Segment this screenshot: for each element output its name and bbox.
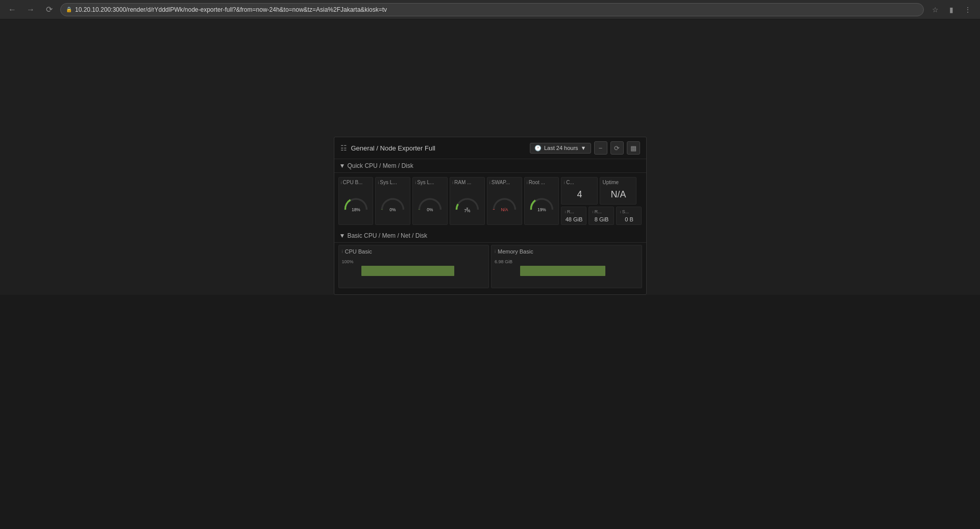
info-icon-8: i	[565, 210, 566, 214]
uptime-title: Uptime	[602, 180, 634, 185]
small-stat-s1-value: 0 B	[620, 214, 638, 222]
cpu-basic-bar	[361, 266, 455, 276]
memory-basic-bar	[520, 266, 605, 276]
gauge-card-cpu-busy: i CPU B... 18%	[338, 177, 374, 225]
info-icon-10: i	[620, 210, 621, 214]
top-right-cards: i C... 4 Uptime N/A	[561, 177, 642, 205]
breadcrumb: General / Node Exporter Full	[351, 144, 435, 152]
info-icon-4: i	[452, 180, 453, 185]
clock-icon: 🕐	[534, 145, 542, 152]
gauge-title-sys-load1: i Sys L...	[378, 180, 408, 186]
gauge-container-ram: ▼ 7%	[452, 186, 482, 219]
section-basic-label: Basic CPU / Mem / Net / Disk	[347, 232, 427, 239]
browser-chrome: ← → ⟳ 🔒 10.20.10.200:3000/render/d/rYddd…	[0, 0, 980, 19]
gauge-value-swap: N/A	[501, 207, 508, 212]
panel-toolbar: 🕐 Last 24 hours ▼ − ⟳ ▩	[530, 141, 640, 155]
uptime-value: N/A	[602, 185, 634, 202]
gauge-title-sys-load5: i Sys L...	[415, 180, 445, 186]
gauge-svg-swap: N/A	[489, 190, 520, 216]
memory-basic-bar-container	[520, 257, 639, 285]
gauge-container-sys-load1: 0%	[378, 186, 408, 219]
gauge-svg-sys-load5: 0%	[415, 190, 445, 216]
cpu-basic-chart: i CPU Basic 100%	[338, 245, 489, 288]
gauge-title-ram: i RAM ...	[452, 180, 482, 186]
memory-basic-title: i Memory Basic	[495, 248, 639, 255]
gauge-card-sys-load1: i Sys L... 0%	[375, 177, 410, 225]
menu-button[interactable]: ⋮	[961, 3, 975, 17]
chart-row: i CPU Basic 100% i Memory Basic	[338, 245, 642, 288]
small-stat-s1-title: i S...	[620, 209, 638, 214]
cpu-basic-bar-container	[361, 257, 486, 285]
time-picker[interactable]: 🕐 Last 24 hours ▼	[530, 143, 591, 154]
memory-basic-chart: i Memory Basic 6.98 GiB	[491, 245, 642, 288]
gauge-value-root: 19%	[537, 207, 546, 212]
address-bar[interactable]: 🔒 10.20.10.200:3000/render/d/rYdddlPWk/n…	[60, 3, 924, 16]
uptime-card: Uptime N/A	[600, 177, 636, 205]
cpu-basic-y-label: 100%	[342, 259, 354, 264]
gauge-container-swap: N/A	[489, 186, 520, 219]
small-stat-r2-value: 8 GiB	[592, 214, 610, 222]
cpu-basic-title: i CPU Basic	[342, 248, 486, 255]
extensions-button[interactable]: ▮	[944, 3, 959, 17]
gauge-svg-root: 19%	[527, 190, 557, 216]
section-quick-label: Quick CPU / Mem / Disk	[347, 162, 413, 169]
gauge-value-ram: 7%	[464, 208, 471, 213]
info-icon: i	[341, 180, 342, 185]
gauge-svg-cpu-busy: 18%	[341, 190, 371, 216]
info-icon-2: i	[378, 180, 379, 185]
quick-section: i CPU B... 18% i Sys L	[334, 173, 646, 229]
small-stat-r2: i R... 8 GiB	[589, 207, 614, 225]
cores-value: 4	[564, 185, 595, 202]
url-text: 10.20.10.200:3000/render/d/rYdddlPWk/nod…	[75, 6, 387, 13]
panel-header: ☷ General / Node Exporter Full 🕐 Last 24…	[334, 137, 646, 159]
info-icon-7: i	[564, 180, 565, 185]
small-stat-r1: i R... 48 GiB	[561, 207, 586, 225]
gauge-title-swap: i SWAP...	[489, 180, 520, 186]
time-range-label: Last 24 hours	[544, 145, 578, 151]
info-icon-6: i	[527, 180, 528, 185]
small-stat-s1: i S... 0 B	[616, 207, 642, 225]
memory-basic-y-label: 6.98 GiB	[495, 259, 512, 264]
forward-button[interactable]: →	[23, 3, 38, 17]
cores-card: i C... 4	[561, 177, 598, 205]
info-icon-5: i	[489, 180, 491, 185]
grid-icon: ☷	[340, 144, 347, 152]
small-stat-r1-value: 48 GiB	[565, 214, 583, 222]
gauge-container-root: 19%	[527, 186, 557, 219]
refresh-button[interactable]: ⟳	[610, 141, 624, 155]
grafana-panel: ☷ General / Node Exporter Full 🕐 Last 24…	[334, 137, 647, 295]
memory-basic-chart-area: 6.98 GiB	[495, 257, 639, 285]
gauge-value-sys-load5: 0%	[427, 207, 434, 212]
gauge-card-root: i Root ... 19%	[524, 177, 559, 225]
tv-button[interactable]: ▩	[627, 141, 640, 155]
panel-title: ☷ General / Node Exporter Full	[340, 144, 435, 152]
gauge-card-ram: i RAM ... ▼ 7%	[450, 177, 485, 225]
gauge-title-root: i Root ...	[527, 180, 557, 186]
back-button[interactable]: ←	[5, 3, 19, 17]
bottom-small-row: i R... 48 GiB i R... 8 GiB	[561, 207, 642, 225]
section-quick-chevron: ▼	[339, 162, 346, 169]
main-area: ☷ General / Node Exporter Full 🕐 Last 24…	[0, 19, 980, 295]
reload-button[interactable]: ⟳	[42, 3, 56, 17]
gauge-card-sys-load5: i Sys L... 0%	[412, 177, 448, 225]
zoom-out-button[interactable]: −	[594, 141, 607, 155]
info-icon-9: i	[592, 210, 593, 214]
section-basic-chevron: ▼	[339, 232, 346, 239]
right-column: i C... 4 Uptime N/A	[561, 177, 642, 225]
gauge-container-cpu-busy: 18%	[341, 186, 371, 219]
section-quick-header[interactable]: ▼ Quick CPU / Mem / Disk	[334, 159, 646, 173]
bookmark-button[interactable]: ☆	[928, 3, 942, 17]
basic-section: i CPU Basic 100% i Memory Basic	[334, 243, 646, 292]
section-basic-header[interactable]: ▼ Basic CPU / Mem / Net / Disk	[334, 229, 646, 243]
gauge-value-sys-load1: 0%	[390, 207, 397, 212]
gauge-container-sys-load5: 0%	[415, 186, 445, 219]
gauge-card-swap: i SWAP... N/A	[487, 177, 522, 225]
time-picker-chevron: ▼	[581, 145, 586, 151]
cpu-basic-chart-area: 100%	[342, 257, 486, 285]
gauge-svg-ram: ▼ 7%	[452, 190, 482, 216]
small-stat-r2-title: i R...	[592, 209, 610, 214]
gauge-title-cpu-busy: i CPU B...	[341, 180, 371, 186]
info-icon-11: i	[342, 249, 343, 254]
gauge-svg-sys-load1: 0%	[378, 190, 408, 216]
info-icon-3: i	[415, 180, 416, 185]
